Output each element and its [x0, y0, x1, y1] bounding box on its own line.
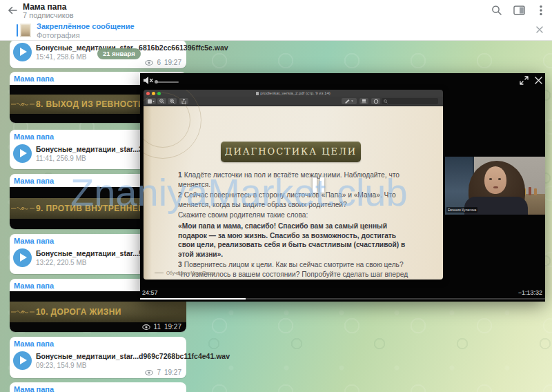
- views-and-time: 1119:27: [142, 323, 181, 331]
- slide-heading: ДИАГНОСТИКА ЦЕЛИ: [221, 141, 361, 162]
- photo-title: 8. ВЫХОД ИЗ РЕВНОСТИ: [36, 99, 144, 109]
- audio-meta: 11:41, 256.9 MB: [36, 155, 86, 162]
- back-arrow-icon: [6, 4, 19, 17]
- photo-title: 10. ДОРОГА ЖИЗНИ: [36, 307, 121, 317]
- date-badge: 21 января: [97, 48, 141, 59]
- channel-title[interactable]: Мама папа: [23, 2, 66, 12]
- bottle: [529, 187, 531, 195]
- highlight-button[interactable]: [359, 98, 368, 104]
- sender-name[interactable]: Мама папа: [14, 340, 54, 348]
- audio-play-button[interactable]: [13, 248, 32, 267]
- pinned-photo-thumbnail: [20, 23, 31, 37]
- audio-filename: Бонусные_медитации_star...d969c7268bc11f…: [36, 352, 230, 360]
- views-and-time: 619:27: [145, 59, 181, 66]
- message-bubble: Мама папа: [10, 382, 186, 392]
- ornament-icon: [11, 204, 34, 213]
- fullscreen-icon[interactable]: [520, 76, 529, 86]
- eye-icon: [145, 60, 153, 66]
- document-icon: [256, 92, 259, 95]
- mute-icon[interactable]: [143, 76, 153, 85]
- back-button[interactable]: [6, 4, 19, 17]
- pinned-title: Закреплённое сообщение: [37, 22, 135, 30]
- eye-icon: [142, 324, 150, 330]
- pause-icon[interactable]: [313, 177, 324, 193]
- shared-pdf-window: prodlenkat_versia_2.pdf (стр. 9 из 14): [144, 90, 443, 280]
- views-and-time: 719:27: [145, 369, 181, 376]
- rotate-button[interactable]: [371, 98, 380, 104]
- sender-name[interactable]: Мама папа: [14, 75, 54, 83]
- audio-meta: 09:23, 154.9 MB: [36, 362, 86, 369]
- pdf-slide: ДИАГНОСТИКА ЦЕЛИ 1Кладёте листочки на по…: [144, 106, 443, 280]
- slide-footer: Обучение «МамаПапа»: [155, 271, 215, 275]
- search-icon[interactable]: [490, 3, 504, 17]
- bottle: [534, 188, 537, 195]
- webcam-person-face: [484, 166, 506, 194]
- play-icon: [20, 149, 27, 157]
- sender-name[interactable]: Мама папа: [14, 177, 54, 185]
- progress-bar[interactable]: [140, 298, 545, 300]
- volume-slider[interactable]: [155, 81, 179, 83]
- play-icon: [20, 253, 27, 262]
- player-close-icon[interactable]: [534, 76, 544, 86]
- ornament-icon: [11, 100, 34, 108]
- pinned-kind: Фотография: [37, 31, 80, 39]
- ornament-icon: [11, 308, 34, 316]
- telegram-window: Мама папа 7 подписчиков Закреплённое соо…: [0, 0, 552, 392]
- menu-kebab-icon[interactable]: [534, 3, 548, 17]
- remaining-time: −1:13:32: [518, 289, 542, 296]
- close-icon[interactable]: [535, 26, 545, 35]
- audio-meta: 13:22, 220.5 MB: [36, 259, 86, 266]
- audio-play-button[interactable]: [13, 351, 32, 370]
- eye-icon: [145, 370, 153, 375]
- sidebar-toggle-icon[interactable]: [512, 3, 526, 17]
- audio-play-button[interactable]: [13, 43, 32, 61]
- channel-subtitle: 7 подписчиков: [23, 11, 74, 19]
- sender-name[interactable]: Мама папа: [14, 385, 54, 392]
- pinned-message-bar[interactable]: Закреплённое сообщение Фотография: [0, 21, 552, 41]
- play-icon: [20, 356, 27, 364]
- pinned-accent-bar: [17, 24, 18, 37]
- message-bubble: Мама папа Бонусные_медитации_star...d969…: [10, 337, 186, 378]
- player-top-controls: [140, 73, 545, 88]
- sender-name[interactable]: Мама папа: [14, 282, 54, 290]
- pdf-search-field[interactable]: [382, 98, 438, 104]
- progress-fill: [140, 298, 246, 300]
- video-player: prodlenkat_versia_2.pdf (стр. 9 из 14): [140, 73, 545, 302]
- sender-name[interactable]: Мама папа: [14, 237, 54, 245]
- channel-header: Мама папа 7 подписчиков: [0, 0, 552, 21]
- audio-meta: 15:41, 258.6 MB: [36, 53, 86, 61]
- elapsed-time: 24:57: [142, 289, 158, 296]
- markup-pen-button[interactable]: [342, 98, 357, 104]
- webcam-name-label: Евгения Кулагина: [446, 207, 477, 213]
- sender-name[interactable]: Мама папа: [14, 133, 54, 141]
- webcam-video: Евгения Кулагина: [445, 157, 545, 215]
- slide-text: 1Кладёте листочки на пол и встаёте между…: [178, 170, 410, 280]
- audio-play-button[interactable]: [13, 144, 32, 163]
- play-icon: [20, 48, 27, 56]
